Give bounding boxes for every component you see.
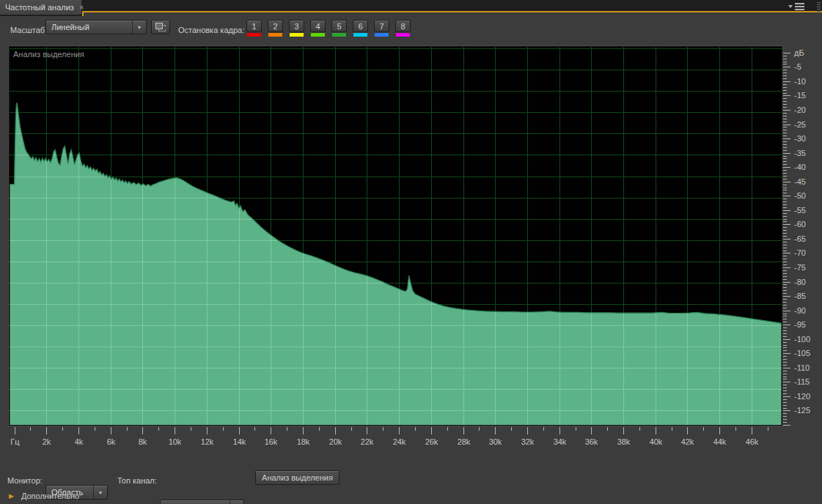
svg-text:46k: 46k — [746, 437, 759, 446]
svg-text:38k: 38k — [617, 437, 631, 446]
svg-text:24k: 24k — [393, 437, 406, 446]
svg-text:18k: 18k — [297, 437, 310, 446]
hold-button-1[interactable]: 1 — [246, 20, 262, 32]
svg-text:8k: 8k — [139, 437, 147, 446]
chevron-down-icon — [788, 5, 793, 8]
svg-text:-110: -110 — [794, 363, 810, 372]
svg-text:22k: 22k — [361, 437, 374, 446]
svg-text:14k: 14k — [233, 437, 246, 446]
scale-dropdown-value: Линейный — [51, 23, 89, 32]
svg-text:-100: -100 — [794, 335, 810, 344]
svg-text:30k: 30k — [489, 437, 502, 446]
svg-text:-80: -80 — [794, 278, 806, 286]
svg-text:4k: 4k — [75, 437, 84, 446]
svg-text:-95: -95 — [794, 320, 806, 329]
advanced-label: Дополнительно — [21, 492, 79, 500]
hold-button-6[interactable]: 6 — [353, 20, 368, 32]
svg-text:42k: 42k — [681, 437, 694, 446]
svg-text:-55: -55 — [794, 206, 806, 215]
scale-label: Масштаб: — [10, 23, 47, 36]
panel-gripper-right-icon[interactable] — [817, 2, 821, 12]
svg-text:Гц: Гц — [10, 437, 20, 446]
copy-icon — [155, 23, 166, 32]
svg-text:-45: -45 — [794, 177, 806, 186]
hold-button-4[interactable]: 4 — [310, 20, 326, 32]
hold-item-4: 4 — [310, 20, 326, 37]
hold-color-swatch — [332, 33, 346, 37]
hold-color-swatch — [311, 33, 325, 37]
svg-text:28k: 28k — [458, 437, 471, 446]
svg-text:2k: 2k — [43, 437, 51, 446]
svg-text:-10: -10 — [794, 77, 806, 86]
svg-text:40k: 40k — [650, 437, 663, 446]
hold-item-7: 7 — [374, 20, 389, 37]
hold-color-swatch — [290, 33, 304, 37]
svg-text:10k: 10k — [169, 437, 182, 446]
hold-color-swatch — [353, 33, 367, 37]
panel-top-strip — [84, 12, 822, 16]
svg-text:-35: -35 — [794, 149, 806, 158]
hold-color-swatch — [396, 33, 410, 37]
svg-text:-120: -120 — [794, 392, 810, 401]
hold-button-3[interactable]: 3 — [289, 20, 304, 32]
hold-buttons-group: 12345678 — [246, 20, 411, 37]
svg-text:6k: 6k — [107, 437, 116, 446]
tab-frequency-analysis[interactable]: Частотный анализ × — [0, 0, 82, 15]
svg-text:20k: 20k — [329, 437, 342, 446]
dropdown-arrow-icon: ▼ — [93, 486, 107, 499]
channel-dropdown[interactable]: Среднее ▼ — [160, 500, 244, 504]
frequency-ruler: Гц2k4k6k8k10k12k14k16k18k20k22k24k26k28k… — [10, 427, 768, 446]
db-ruler: дБ-5-10-15-20-25-30-35-40-45-50-55-60-65… — [783, 48, 810, 426]
hold-label: Остановка кадра: — [178, 23, 244, 36]
svg-text:-105: -105 — [794, 349, 810, 357]
hold-button-7[interactable]: 7 — [374, 20, 389, 32]
hold-item-2: 2 — [268, 20, 283, 37]
svg-text:-20: -20 — [794, 105, 806, 114]
hold-button-8[interactable]: 8 — [395, 20, 411, 32]
svg-text:-115: -115 — [794, 377, 810, 386]
advanced-disclosure[interactable]: ▶ Дополнительно — [9, 492, 79, 500]
svg-text:16k: 16k — [265, 437, 278, 446]
svg-text:-65: -65 — [794, 234, 806, 243]
hold-button-5[interactable]: 5 — [331, 20, 347, 32]
svg-text:-70: -70 — [794, 248, 806, 257]
svg-text:34k: 34k — [554, 437, 567, 446]
svg-text:-40: -40 — [794, 163, 806, 171]
panel-menu-button[interactable] — [788, 2, 804, 11]
analyze-selection-button[interactable]: Анализ выделения — [255, 470, 340, 485]
hold-item-8: 8 — [395, 20, 411, 37]
svg-text:-85: -85 — [794, 292, 806, 300]
monitor-label: Монитор: — [7, 473, 43, 486]
hold-item-5: 5 — [331, 20, 347, 37]
overlay-label: Анализ выделения — [13, 50, 84, 59]
scale-dropdown[interactable]: Линейный ▼ — [45, 20, 147, 34]
svg-text:-30: -30 — [794, 134, 806, 143]
svg-text:-60: -60 — [794, 220, 806, 229]
panel-header: Частотный анализ × — [0, 0, 822, 16]
hold-button-2[interactable]: 2 — [268, 20, 283, 32]
svg-text:-125: -125 — [794, 406, 810, 415]
hold-color-swatch — [268, 33, 282, 37]
copy-graph-button[interactable] — [151, 20, 170, 34]
dropdown-arrow-icon: ▼ — [230, 500, 243, 504]
hold-color-swatch — [247, 33, 261, 37]
dropdown-arrow-icon: ▼ — [132, 21, 146, 34]
tab-title: Частотный анализ — [5, 3, 74, 12]
hold-color-swatch — [375, 33, 389, 37]
svg-text:-5: -5 — [794, 62, 801, 71]
hold-item-3: 3 — [289, 20, 304, 37]
hold-item-6: 6 — [353, 20, 368, 37]
svg-text:-50: -50 — [794, 191, 806, 200]
tab-close-icon[interactable]: × — [79, 4, 84, 11]
disclosure-triangle-icon: ▶ — [9, 492, 14, 500]
svg-text:12k: 12k — [201, 437, 214, 446]
svg-text:-75: -75 — [794, 263, 806, 272]
svg-text:44k: 44k — [713, 437, 727, 446]
svg-text:36k: 36k — [585, 437, 598, 446]
menu-lines-icon — [795, 3, 804, 11]
channel-label: Топ канал: — [117, 473, 157, 486]
db-axis-title: дБ — [794, 48, 804, 57]
svg-text:-15: -15 — [794, 91, 806, 100]
svg-text:26k: 26k — [425, 437, 438, 446]
svg-text:32k: 32k — [521, 437, 535, 446]
